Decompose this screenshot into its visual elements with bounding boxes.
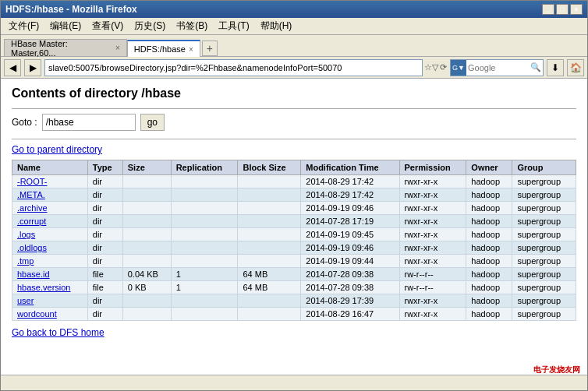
close-button[interactable]: × <box>570 4 583 15</box>
file-link[interactable]: .META. <box>17 190 45 199</box>
main-content: Contents of directory /hbase Goto : go G… <box>1 79 587 375</box>
goto-bar: Goto : go <box>12 114 576 131</box>
tab-hdfs-hbase[interactable]: HDFS:/hbase × <box>127 40 200 57</box>
search-provider-icon: G▼ <box>451 60 466 76</box>
file-link[interactable]: .corrupt <box>17 217 46 226</box>
menu-help[interactable]: 帮助(H) <box>256 18 297 34</box>
col-header-name: Name <box>12 160 88 175</box>
separator-2 <box>12 139 576 139</box>
tab-label-1: HBase Master: Master,60... <box>11 39 112 58</box>
table-row: .tmpdir2014-09-19 09:44rwxr-xr-xhadoopsu… <box>12 255 576 268</box>
col-header-owner: Owner <box>466 160 512 175</box>
download-button[interactable]: ⬇ <box>547 59 564 76</box>
file-link[interactable]: .tmp <box>17 256 34 266</box>
table-row: .archivedir2014-09-19 09:46rwxr-xr-xhado… <box>12 202 576 215</box>
search-submit-icon[interactable]: 🔍 <box>529 62 543 72</box>
tab-close-1[interactable]: × <box>115 44 120 52</box>
col-header-block-size: Block Size <box>238 160 301 175</box>
table-row: userdir2014-08-29 17:39rwxr-xr-xhadoopsu… <box>12 294 576 308</box>
separator-1 <box>12 108 576 109</box>
window-controls: _ □ × <box>542 4 583 15</box>
dfs-home-link[interactable]: Go back to DFS home <box>12 327 576 338</box>
browser-window: HDFS:/hbase - Mozilla Firefox _ □ × 文件(F… <box>0 0 588 391</box>
col-header-permission: Permission <box>399 160 466 175</box>
restore-button[interactable]: □ <box>556 4 569 15</box>
menu-bookmarks[interactable]: 书签(B) <box>172 18 212 34</box>
table-row: wordcountdir2014-08-29 16:47rwxr-xr-xhad… <box>12 308 576 321</box>
table-row: hbase.idfile0.04 KB164 MB2014-07-28 09:3… <box>12 268 576 281</box>
tab-close-2[interactable]: × <box>189 45 193 54</box>
page-title: Contents of directory /hbase <box>12 86 576 100</box>
table-row: .META.dir2014-08-29 17:42rwxr-xr-xhadoop… <box>12 188 576 202</box>
col-header-group: Group <box>512 160 576 175</box>
address-input[interactable] <box>48 63 419 72</box>
minimize-button[interactable]: _ <box>542 4 554 15</box>
col-header-type: Type <box>87 160 122 175</box>
goto-label: Goto : <box>12 117 37 128</box>
tab-label-2: HDFS:/hbase <box>134 44 186 54</box>
table-row: hbase.versionfile0 KB164 MB2014-07-28 09… <box>12 281 576 294</box>
goto-input[interactable] <box>42 114 136 131</box>
menu-file[interactable]: 文件(F) <box>4 18 44 34</box>
address-bar[interactable] <box>44 59 423 76</box>
tab-hbase-master[interactable]: HBase Master: Master,60... × <box>4 39 127 56</box>
file-link[interactable]: hbase.id <box>17 269 50 279</box>
file-link[interactable]: .logs <box>17 230 35 239</box>
search-bar[interactable]: G▼ 🔍 <box>450 59 544 76</box>
window-title: HDFS:/hbase - Mozilla Firefox <box>5 4 137 15</box>
col-header-replication: Replication <box>171 160 238 175</box>
menu-bar: 文件(F) 编辑(E) 查看(V) 历史(S) 书签(B) 工具(T) 帮助(H… <box>1 18 587 35</box>
file-link[interactable]: .oldlogs <box>17 243 47 252</box>
table-row: .corruptdir2014-07-28 17:19rwxr-xr-xhado… <box>12 215 576 228</box>
table-header-row: Name Type Size Replication Block Size Mo… <box>12 160 576 175</box>
back-button[interactable]: ◀ <box>4 59 21 76</box>
menu-view[interactable]: 查看(V) <box>87 18 128 34</box>
parent-directory-link[interactable]: Go to parent directory <box>12 144 576 155</box>
goto-button[interactable]: go <box>140 114 165 131</box>
table-row: .oldlogsdir2014-09-19 09:46rwxr-xr-xhado… <box>12 241 576 255</box>
search-input[interactable] <box>466 63 529 72</box>
menu-tools[interactable]: 工具(T) <box>214 18 253 34</box>
file-link[interactable]: wordcount <box>17 309 57 319</box>
table-row: .logsdir2014-09-19 09:45rwxr-xr-xhadoops… <box>12 228 576 241</box>
nav-bar: ◀ ▶ ☆▽ ⟳ G▼ 🔍 ⬇ 🏠 <box>1 57 587 79</box>
tab-bar: HBase Master: Master,60... × HDFS:/hbase… <box>1 35 587 57</box>
table-row: -ROOT-dir2014-08-29 17:42rwxr-xr-xhadoop… <box>12 175 576 188</box>
title-bar: HDFS:/hbase - Mozilla Firefox _ □ × <box>1 1 587 18</box>
file-link[interactable]: user <box>17 296 34 305</box>
file-link[interactable]: -ROOT- <box>17 177 48 186</box>
watermark: 电子发烧友网 <box>533 365 580 375</box>
forward-button[interactable]: ▶ <box>24 59 41 76</box>
col-header-size: Size <box>122 160 171 175</box>
status-bar <box>1 375 587 390</box>
new-tab-button[interactable]: + <box>202 41 218 56</box>
file-table: Name Type Size Replication Block Size Mo… <box>12 160 576 321</box>
menu-edit[interactable]: 编辑(E) <box>45 18 86 34</box>
file-link[interactable]: hbase.version <box>17 283 71 292</box>
file-link[interactable]: .archive <box>17 203 48 213</box>
col-header-mod-time: Modification Time <box>301 160 399 175</box>
home-button[interactable]: 🏠 <box>567 59 584 76</box>
menu-history[interactable]: 历史(S) <box>129 18 170 34</box>
